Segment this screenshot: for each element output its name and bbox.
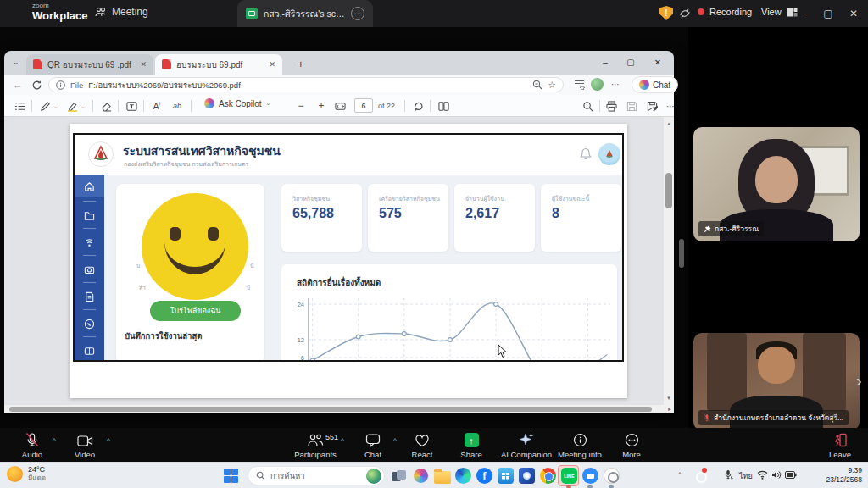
participant-video-2[interactable]: สำนักงานเกษตรอำเภอลำดวน จังหวัดสุรี... xyxy=(693,333,860,430)
fit-to-width-icon[interactable] xyxy=(333,99,347,113)
info-icon[interactable] xyxy=(56,80,65,90)
dashboard-user-avatar[interactable] xyxy=(598,143,620,165)
browser-more-icon[interactable]: ⋯ xyxy=(611,80,620,89)
video-button[interactable]: Video xyxy=(53,431,117,459)
browser-maximize-button[interactable]: ▢ xyxy=(620,53,642,71)
tray-expand-chevron[interactable]: ^ xyxy=(678,470,682,478)
save-icon[interactable] xyxy=(625,99,638,113)
collections-icon[interactable] xyxy=(574,80,585,90)
tray-wifi-icon[interactable] xyxy=(757,470,768,480)
window-minimize-button[interactable]: – xyxy=(790,0,815,27)
tab-close-icon[interactable]: ✕ xyxy=(140,60,147,69)
add-text-icon[interactable] xyxy=(125,99,138,113)
line-button[interactable]: LINE xyxy=(560,467,578,485)
sidebar-item-camera[interactable] xyxy=(75,258,104,280)
eraser-icon[interactable] xyxy=(99,99,113,113)
pdf-vertical-scrollbar[interactable]: ▲ ▼ xyxy=(664,117,674,405)
copilot-chat-button[interactable]: Chat xyxy=(632,76,678,93)
zoom-out-icon[interactable] xyxy=(532,80,542,90)
taskbar-clock[interactable]: 9:39 23/12/2568 xyxy=(826,466,862,485)
search-document-icon[interactable] xyxy=(581,99,594,113)
search-icon xyxy=(256,471,265,480)
back-icon[interactable]: ← xyxy=(13,79,23,91)
tab-search-chevron-icon[interactable]: ⌄ xyxy=(13,58,19,66)
page-number-input[interactable] xyxy=(354,98,373,113)
new-tab-button[interactable]: + xyxy=(298,58,304,70)
weather-widget[interactable]: 24°C มีแดด xyxy=(7,465,46,482)
horizontal-scroll-thumb[interactable] xyxy=(9,407,652,412)
recording-indicator[interactable]: Recording xyxy=(698,7,752,17)
vertical-scroll-thumb[interactable] xyxy=(665,173,672,208)
chrome-button[interactable] xyxy=(539,467,557,485)
refresh-icon[interactable] xyxy=(31,80,42,91)
toc-icon[interactable] xyxy=(13,99,26,113)
task-view-button[interactable] xyxy=(390,467,408,485)
browser-tab-active-pdf[interactable]: อบรมระบบ 69.pdf ✕ xyxy=(155,54,282,75)
browser-minimize-button[interactable]: – xyxy=(594,53,616,71)
participants-next-chevron-icon[interactable]: › xyxy=(856,371,862,391)
favorite-star-icon[interactable]: ☆ xyxy=(548,80,556,91)
highlighter-icon[interactable] xyxy=(65,99,79,113)
tray-battery-icon[interactable] xyxy=(785,471,797,479)
pdf-more-icon[interactable]: ⋯ xyxy=(664,99,677,113)
zoom-in-page-icon[interactable]: + xyxy=(314,99,328,113)
text-tools-icon[interactable]: ab xyxy=(170,99,184,113)
window-maximize-button[interactable]: ▢ xyxy=(815,0,841,27)
print-icon[interactable] xyxy=(604,99,618,113)
tab-shared-screen[interactable]: กสว.-ศิริวรรณ's screen ⋯ xyxy=(237,0,373,27)
file-explorer-button[interactable] xyxy=(433,467,451,485)
facebook-button[interactable]: f xyxy=(476,467,493,485)
save-as-icon[interactable] xyxy=(645,99,659,113)
photos-app-button[interactable] xyxy=(518,467,536,485)
my-profile-button[interactable]: โปรไฟล์ของฉัน xyxy=(150,301,241,321)
heart-icon xyxy=(415,434,430,447)
sidebar-item-broadcast[interactable] xyxy=(75,231,104,253)
tray-mic-icon[interactable] xyxy=(724,469,734,480)
tab-meeting[interactable]: Meeting xyxy=(95,6,148,18)
chat-button-label: Chat xyxy=(653,80,670,90)
connection-status-icon[interactable] xyxy=(678,7,692,20)
sidebar-item-phone[interactable] xyxy=(75,313,104,335)
browser-close-button[interactable]: ✕ xyxy=(647,53,669,71)
tray-language[interactable]: ไทย xyxy=(739,470,753,482)
pdf-horizontal-scrollbar[interactable]: ► xyxy=(4,405,674,413)
pen-chevron-icon[interactable]: ⌄ xyxy=(53,103,58,110)
window-close-button[interactable]: ✕ xyxy=(841,0,866,27)
start-button[interactable] xyxy=(222,467,240,485)
security-shield-icon[interactable]: ! xyxy=(659,6,673,20)
workspace-chevron-down-icon[interactable]: ⌄ xyxy=(71,9,78,18)
rotate-icon[interactable] xyxy=(411,99,425,113)
address-pill[interactable]: File F:/อบรมระบบ%2069/อบรมระบบ%2069.pdf … xyxy=(48,77,564,92)
zoom-out-page-icon[interactable]: − xyxy=(294,99,308,113)
ask-copilot-button[interactable]: Ask Copilot ⌄ xyxy=(204,98,270,108)
leave-button[interactable]: Leave xyxy=(808,431,868,459)
read-aloud-icon[interactable]: A) xyxy=(150,99,164,113)
video-options-chevron[interactable]: ^ xyxy=(107,436,110,444)
tray-volume-icon[interactable] xyxy=(771,470,782,480)
store-button[interactable] xyxy=(497,467,515,485)
copilot-taskbar-button[interactable] xyxy=(412,467,430,485)
browser-tab-qr-pdf[interactable]: QR อบรมระบบ 69 .pdf ✕ xyxy=(26,54,153,75)
scroll-right-icon[interactable]: ► xyxy=(665,405,674,413)
page-total-label: of 22 xyxy=(378,102,395,110)
camera-ring-button[interactable] xyxy=(603,467,620,485)
sidebar-item-document[interactable] xyxy=(75,286,104,308)
sidebar-item-home[interactable] xyxy=(75,175,104,197)
scroll-down-icon[interactable]: ▼ xyxy=(664,393,674,403)
taskbar-search[interactable]: การค้นหา xyxy=(248,466,385,485)
scroll-up-icon[interactable]: ▲ xyxy=(664,119,674,129)
browser-profile-avatar[interactable] xyxy=(591,78,604,91)
highlighter-chevron-icon[interactable]: ⌄ xyxy=(81,103,86,110)
edge-button[interactable] xyxy=(454,467,472,485)
sidebar-item-card[interactable] xyxy=(75,340,104,362)
page-view-icon[interactable] xyxy=(437,99,450,113)
draw-pen-icon[interactable] xyxy=(38,99,52,113)
tab-close-icon[interactable]: ✕ xyxy=(269,60,275,69)
sidebar-item-folder[interactable] xyxy=(75,204,104,226)
shared-view-scroll-pill[interactable] xyxy=(679,239,684,268)
tab-more-icon[interactable]: ⋯ xyxy=(351,7,364,20)
zoom-app-button[interactable] xyxy=(581,467,599,485)
bell-icon[interactable] xyxy=(580,147,592,160)
participant-video-1[interactable]: กสว.-ศิริวรรณ xyxy=(693,127,860,241)
more-button[interactable]: More xyxy=(599,431,664,459)
